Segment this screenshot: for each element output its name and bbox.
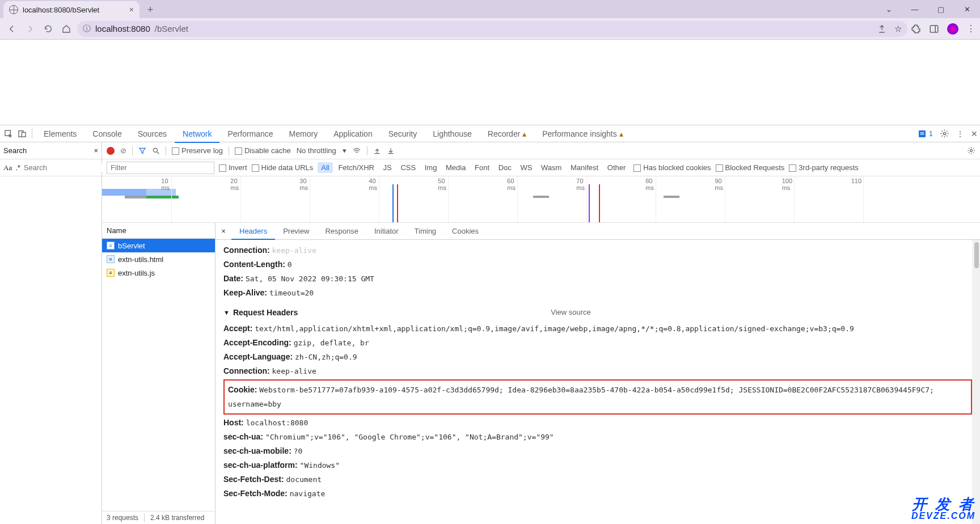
window-tabsearch-button[interactable]: ⌄ — [876, 0, 902, 18]
filter-type-other[interactable]: Other — [604, 162, 630, 173]
blocked-requests-checkbox[interactable]: Blocked Requests — [716, 163, 785, 172]
filter-type-img[interactable]: Img — [421, 162, 441, 173]
url-host: localhost:8080 — [95, 24, 150, 33]
headers-view[interactable]: Connection: keep-aliveContent-Length: 0D… — [216, 240, 980, 524]
window-minimize-button[interactable]: — — [902, 0, 928, 18]
network-settings-icon[interactable] — [967, 146, 975, 155]
network-status-bar: 3 requests 2.4 kB transferred — [102, 511, 215, 524]
third-party-checkbox[interactable]: 3rd-party requests — [789, 163, 859, 172]
profile-avatar[interactable] — [947, 23, 958, 35]
detail-tab-preview[interactable]: Preview — [275, 223, 317, 239]
window-controls: ⌄ — ▢ ✕ — [876, 0, 980, 18]
import-har-icon[interactable] — [373, 147, 381, 155]
filter-funnel-icon[interactable] — [138, 147, 146, 155]
window-maximize-button[interactable]: ▢ — [928, 0, 954, 18]
filter-type-all[interactable]: All — [318, 162, 332, 173]
view-source-link[interactable]: View source — [551, 306, 591, 319]
search-network-icon[interactable] — [152, 147, 160, 155]
request-row[interactable]: ≡bServlet — [102, 239, 215, 252]
reload-button[interactable] — [41, 22, 56, 36]
inspect-element-icon[interactable] — [2, 128, 15, 140]
request-list: Name ≡bServlet≡extn-utils.html≡extn-util… — [102, 223, 216, 524]
filter-type-wasm[interactable]: Wasm — [538, 162, 565, 173]
extensions-icon[interactable] — [911, 24, 921, 34]
close-detail-icon[interactable]: × — [216, 227, 231, 235]
regex-toggle[interactable]: .* — [15, 163, 20, 172]
devtools-more-icon[interactable]: ⋮ — [956, 129, 964, 138]
scrollbar-thumb[interactable] — [974, 242, 979, 268]
back-button[interactable] — [5, 22, 19, 36]
invert-checkbox[interactable]: Invert — [219, 163, 247, 172]
filter-type-fetchxhr[interactable]: Fetch/XHR — [335, 162, 378, 173]
devtools-tab-application[interactable]: Application — [326, 126, 381, 142]
match-case-toggle[interactable]: Aa — [3, 163, 12, 172]
svg-rect-4 — [22, 132, 26, 137]
devtools-tab-memory[interactable]: Memory — [281, 126, 326, 142]
scrollbar[interactable] — [972, 240, 980, 524]
hide-data-urls-checkbox[interactable]: Hide data URLs — [252, 163, 314, 172]
filter-type-css[interactable]: CSS — [397, 162, 419, 173]
home-button[interactable] — [59, 22, 74, 36]
clear-network-icon[interactable]: ⊘ — [120, 146, 126, 155]
timeline-marker — [589, 184, 590, 222]
detail-tab-headers[interactable]: Headers — [231, 223, 275, 240]
filter-type-font[interactable]: Font — [471, 162, 493, 173]
header-row: Sec-Fetch-Dest: document — [223, 472, 972, 487]
devtools-tab-lighthouse[interactable]: Lighthouse — [425, 126, 480, 142]
filter-input[interactable] — [107, 162, 214, 174]
filter-type-media[interactable]: Media — [442, 162, 469, 173]
page-content — [0, 40, 980, 125]
forward-button[interactable] — [23, 22, 37, 36]
devtools-tab-security[interactable]: Security — [381, 126, 425, 142]
browser-tab[interactable]: localhost:8080/bServlet × — [3, 1, 140, 18]
issues-badge[interactable]: 1 — [918, 129, 933, 138]
header-row: Accept-Encoding: gzip, deflate, br — [223, 336, 972, 350]
site-info-icon[interactable]: ⓘ — [83, 24, 91, 34]
sidepanel-icon[interactable] — [929, 24, 939, 34]
header-row: sec-ch-ua-mobile: ?0 — [223, 444, 972, 458]
close-tab-icon[interactable]: × — [129, 5, 134, 14]
blocked-cookies-checkbox[interactable]: Has blocked cookies — [633, 163, 711, 172]
preserve-log-checkbox[interactable]: Preserve log — [172, 146, 223, 155]
devtools-tab-sources[interactable]: Sources — [130, 126, 175, 142]
address-bar[interactable]: ⓘ localhost:8080/bServlet ☆ — [77, 21, 907, 37]
filter-type-ws[interactable]: WS — [517, 162, 535, 173]
filter-type-js[interactable]: JS — [380, 162, 395, 173]
window-close-button[interactable]: ✕ — [954, 0, 980, 18]
request-name: extn-utils.js — [118, 269, 155, 277]
kebab-menu-icon[interactable]: ⋮ — [966, 23, 975, 34]
export-har-icon[interactable] — [387, 147, 395, 155]
share-icon[interactable] — [877, 24, 886, 33]
device-toggle-icon[interactable] — [16, 128, 28, 140]
search-header: Search × — [0, 142, 102, 159]
devtools-tab-recorder[interactable]: Recorder — [480, 126, 534, 142]
disable-cache-checkbox[interactable]: Disable cache — [235, 146, 291, 155]
devtools-tab-performance[interactable]: Performance — [219, 126, 281, 142]
devtools-tab-elements[interactable]: Elements — [36, 126, 85, 142]
new-tab-button[interactable]: + — [143, 2, 158, 17]
throttling-select[interactable]: No throttling ▾ — [297, 146, 347, 155]
detail-tab-timing[interactable]: Timing — [407, 223, 445, 239]
detail-tab-cookies[interactable]: Cookies — [444, 223, 487, 239]
devtools-tab-console[interactable]: Console — [85, 126, 129, 142]
close-search-icon[interactable]: × — [94, 146, 98, 155]
tab-title: localhost:8080/bServlet — [23, 6, 125, 14]
request-row[interactable]: ≡extn-utils.js — [102, 266, 215, 280]
devtools-tab-performance-insights[interactable]: Performance insights — [534, 126, 631, 142]
bookmark-star-icon[interactable]: ☆ — [894, 24, 902, 34]
filter-type-manifest[interactable]: Manifest — [567, 162, 602, 173]
timeline-tick: 20 ms — [240, 176, 241, 222]
detail-tab-initiator[interactable]: Initiator — [366, 223, 407, 239]
network-conditions-icon[interactable] — [352, 147, 361, 155]
timeline-bar — [533, 196, 549, 198]
detail-tab-response[interactable]: Response — [317, 223, 366, 239]
filter-type-doc[interactable]: Doc — [495, 162, 515, 173]
record-button[interactable] — [107, 147, 115, 155]
devtools-settings-icon[interactable] — [940, 129, 949, 138]
request-headers-section[interactable]: ▼Request HeadersView source — [223, 306, 972, 319]
request-row[interactable]: ≡extn-utils.html — [102, 252, 215, 266]
devtools-tab-network[interactable]: Network — [175, 126, 219, 143]
network-timeline[interactable]: 10 ms20 ms30 ms40 ms50 ms60 ms70 ms80 ms… — [102, 176, 980, 223]
devtools-close-icon[interactable]: ✕ — [971, 129, 978, 138]
svg-rect-7 — [920, 134, 924, 134]
